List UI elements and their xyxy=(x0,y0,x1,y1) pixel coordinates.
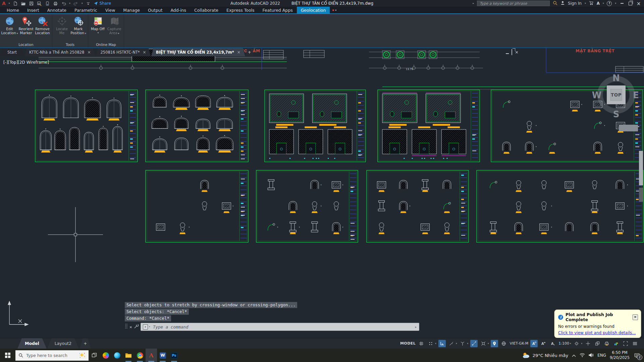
isodraft-icon[interactable] xyxy=(459,340,466,347)
taskbar-photoshop-button[interactable]: Ps xyxy=(168,349,180,362)
file-tab-close-icon[interactable]: × xyxy=(237,50,240,55)
taskbar-search-box[interactable] xyxy=(15,350,89,361)
object-snap-caret-icon[interactable]: ▾ xyxy=(488,342,489,345)
snap-toggle-icon[interactable] xyxy=(427,340,434,347)
taskbar-word-button[interactable]: W xyxy=(157,349,168,362)
ribbon-tab-annotate[interactable]: Annotate xyxy=(43,7,70,13)
restore-button[interactable] xyxy=(628,1,633,6)
weather-widget[interactable]: 29°C Nhiều mây xyxy=(522,352,569,359)
customization-menu-icon[interactable] xyxy=(631,340,639,347)
object-snap-icon[interactable] xyxy=(480,340,487,347)
file-tab-3[interactable]: BIỆT THỰ TÂN CỔ ĐIỂN 23,4x19,7m*× xyxy=(151,48,245,56)
taskbar-explorer-button[interactable] xyxy=(123,349,134,362)
taskbar-edge-button[interactable] xyxy=(111,349,123,362)
search-flyout-caret-icon[interactable]: ▸ xyxy=(473,2,474,5)
notification-close-button[interactable]: × xyxy=(633,314,638,320)
ribbon-tab-manage[interactable]: Manage xyxy=(119,7,144,13)
viewcube-east[interactable]: E xyxy=(633,90,639,100)
annotation-visibility-icon[interactable]: A xyxy=(530,340,538,347)
viewcube[interactable]: N S W E TOP xyxy=(592,73,639,119)
split-button-caret-icon[interactable]: ▾ xyxy=(17,32,18,35)
isodraft-caret-icon[interactable]: ▾ xyxy=(467,342,468,345)
volume-icon[interactable] xyxy=(589,352,594,359)
help-caret-icon[interactable]: ▾ xyxy=(615,2,616,5)
workspace-caret-icon[interactable]: ▾ xyxy=(581,342,582,345)
file-tab-2[interactable]: 250816 HSTKTC-NT*× xyxy=(96,48,151,56)
autodesk-app-icon[interactable]: A xyxy=(597,1,600,6)
clock-widget[interactable]: 6:50 PM 9/20/2025 xyxy=(610,350,630,360)
command-recent-caret-icon[interactable]: ▾ xyxy=(149,325,150,328)
ribbon-tab-express-tools[interactable]: Express Tools xyxy=(222,7,259,13)
coordinate-system-globe-icon[interactable] xyxy=(500,340,507,347)
workspace-gear-icon[interactable] xyxy=(573,340,580,347)
store-cart-icon[interactable] xyxy=(589,1,594,6)
annotation-monitor-icon[interactable] xyxy=(584,340,592,347)
start-button[interactable] xyxy=(0,349,15,362)
ribbon-tab-parametric[interactable]: Parametric xyxy=(70,7,101,13)
scale-label[interactable]: 1:100 xyxy=(558,341,569,346)
ribbon-options-button[interactable]: ▾ xyxy=(330,7,339,13)
file-tab-start[interactable]: Start xyxy=(0,48,24,56)
mark-position-button[interactable]: MarkPosition▾ xyxy=(70,15,86,36)
app-menu-caret-icon[interactable]: ▾ xyxy=(9,2,10,5)
isolate-objects-icon[interactable] xyxy=(594,340,601,347)
copilot-sparkle-icon[interactable] xyxy=(79,352,86,358)
command-input-bar[interactable]: > ▾ ▸ xyxy=(141,323,419,331)
file-tab-close-icon[interactable]: × xyxy=(87,50,91,55)
remove-location-button[interactable]: RemoveLocation xyxy=(35,15,50,35)
viewcube-face-label[interactable]: TOP xyxy=(611,92,622,98)
customize-wrench-icon[interactable] xyxy=(134,324,139,330)
qat-customize-icon[interactable] xyxy=(86,1,91,6)
print-icon[interactable] xyxy=(53,1,58,6)
new-file-icon[interactable] xyxy=(13,1,18,6)
ribbon-tab-output[interactable]: Output xyxy=(144,7,166,13)
sign-in-button[interactable]: Sign In xyxy=(568,1,582,6)
ribbon-tab-featured-apps[interactable]: Featured Apps xyxy=(259,7,297,13)
viewcube-north[interactable]: N xyxy=(612,73,620,83)
command-dock-grip-icon[interactable] xyxy=(125,323,128,330)
new-drawing-tab-button[interactable]: + xyxy=(246,48,254,56)
drawing-close-icon[interactable]: × xyxy=(515,50,519,55)
snap-caret-icon[interactable]: ▾ xyxy=(435,342,436,345)
open-file-icon[interactable] xyxy=(21,1,26,6)
redo-icon[interactable] xyxy=(73,1,78,6)
layout-tab-layout2[interactable]: Layout2 xyxy=(47,338,79,349)
viewcube-west[interactable]: W xyxy=(592,90,602,100)
save-as-icon[interactable] xyxy=(37,1,42,6)
drawing-minimize-icon[interactable] xyxy=(506,49,509,55)
redo-caret-icon[interactable]: ▾ xyxy=(82,2,83,5)
help-search-box[interactable] xyxy=(477,1,550,6)
edit-location-button[interactable]: EditLocation▾ xyxy=(2,15,17,36)
sign-in-caret-icon[interactable]: ▾ xyxy=(585,2,586,5)
split-button-caret-icon[interactable]: ▾ xyxy=(118,32,119,35)
new-layout-button[interactable]: + xyxy=(79,338,91,349)
autoscale-icon[interactable]: A xyxy=(540,340,547,347)
command-close-icon[interactable]: × xyxy=(129,325,132,329)
taskbar-search-input[interactable] xyxy=(25,353,76,358)
clean-screen-icon[interactable] xyxy=(622,340,629,347)
command-input[interactable] xyxy=(152,324,413,330)
ortho-toggle-icon[interactable] xyxy=(438,340,446,347)
undo-caret-icon[interactable]: ▾ xyxy=(69,2,70,5)
graphics-performance-icon[interactable] xyxy=(612,340,620,347)
drawing-area[interactable]: MẶT BẰNG TẦNG HẦM MẶT BẰNG TRỆT 13.79 N xyxy=(0,48,644,338)
ribbon-tab-collaborate[interactable]: Collaborate xyxy=(190,7,222,13)
annotation-scale-icon[interactable]: A xyxy=(549,340,556,347)
viewport-controls[interactable]: [-][Top][2D Wireframe] xyxy=(3,60,49,65)
file-tab-close-icon[interactable]: × xyxy=(143,50,146,55)
grid-toggle-icon[interactable] xyxy=(418,340,425,347)
action-center-button[interactable]: 2 xyxy=(633,352,641,359)
autodesk-app-caret-icon[interactable]: ▾ xyxy=(603,2,604,5)
taskbar-chrome-button[interactable] xyxy=(134,349,146,362)
wifi-icon[interactable] xyxy=(580,352,585,359)
map-off-button[interactable]: Map Off▾ xyxy=(90,15,106,35)
minimize-button[interactable] xyxy=(619,1,625,6)
ribbon-tab-insert[interactable]: Insert xyxy=(23,7,43,13)
help-search-input[interactable] xyxy=(479,1,548,6)
reorient-marker-button[interactable]: ReorientMarker xyxy=(18,15,34,35)
scale-caret-icon[interactable]: ▾ xyxy=(570,342,571,345)
taskbar-autocad-button[interactable]: A xyxy=(146,349,157,362)
task-view-button[interactable] xyxy=(89,349,100,362)
undo-icon[interactable] xyxy=(61,1,66,6)
split-button-caret-icon[interactable]: ▾ xyxy=(98,31,99,35)
